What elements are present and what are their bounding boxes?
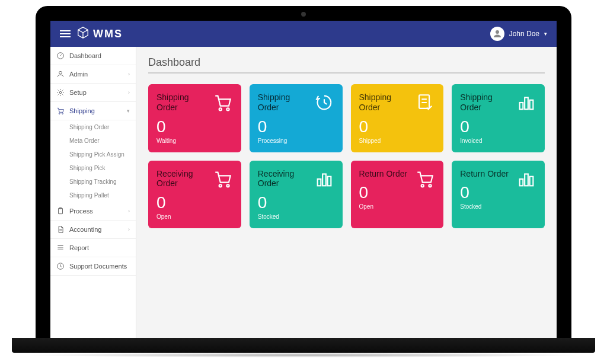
card-return-order-open[interactable]: Return Order0Open: [351, 161, 444, 229]
dashboard-cards: Shipping Order0WaitingShipping Order0Pro…: [148, 84, 545, 228]
menu-toggle-button[interactable]: [60, 30, 71, 37]
card-title: Shipping Order: [258, 92, 311, 113]
sidebar-item-dashboard[interactable]: Dashboard: [50, 47, 136, 65]
sidebar-item-label: Dashboard: [69, 52, 101, 59]
sidebar-subitem-shipping-tracking[interactable]: Shipping Tracking: [50, 175, 136, 189]
sidebar-item-process[interactable]: Process›: [50, 202, 136, 221]
main-panel: Dashboard Shipping Order0WaitingShipping…: [136, 47, 557, 338]
user-icon: [56, 70, 65, 78]
svg-rect-24: [530, 176, 533, 186]
svg-point-20: [421, 184, 424, 187]
topbar: WMS John Doe ▾: [50, 21, 557, 47]
sidebar-item-shipping[interactable]: Shipping▾: [50, 102, 136, 120]
svg-rect-23: [525, 174, 528, 186]
card-value: 0: [258, 117, 334, 136]
svg-rect-18: [322, 174, 326, 186]
card-shipping-order-shipped[interactable]: Shipping Order0Shipped: [351, 84, 444, 152]
sidebar-item-label: Support Documents: [69, 263, 127, 270]
cart-icon: [415, 169, 435, 189]
card-status: Processing: [258, 138, 334, 144]
sidebar-subitem-shipping-pick[interactable]: Shipping Pick: [50, 161, 136, 175]
chevron-down-icon: ▾: [127, 108, 130, 114]
svg-rect-17: [317, 179, 321, 186]
sidebar-item-label: Admin: [69, 71, 88, 78]
svg-point-9: [219, 108, 221, 110]
clock-arc-icon: [314, 92, 334, 113]
card-shipping-order-invoiced[interactable]: Shipping Order0Invoiced: [452, 84, 545, 152]
svg-rect-13: [525, 98, 528, 110]
bars-icon: [516, 92, 536, 113]
title-underline: [148, 72, 545, 74]
svg-point-16: [226, 184, 229, 187]
laptop-camera: [301, 12, 306, 17]
bars-icon: [314, 169, 334, 189]
card-shipping-order-processing[interactable]: Shipping Order0Processing: [250, 84, 343, 152]
svg-point-5: [62, 113, 63, 114]
svg-point-3: [59, 91, 62, 94]
speedometer-icon: [56, 52, 65, 60]
svg-rect-11: [419, 95, 429, 108]
card-status: Waiting: [156, 138, 233, 144]
chevron-right-icon: ›: [128, 71, 130, 77]
card-status: Shipped: [359, 138, 436, 144]
cart-icon: [213, 92, 233, 113]
list-icon: [56, 244, 65, 252]
card-title: Shipping Order: [156, 92, 210, 113]
sidebar-item-setup[interactable]: Setup›: [50, 84, 136, 102]
brand-logo[interactable]: WMS: [76, 26, 123, 42]
card-status: Open: [156, 213, 233, 220]
sidebar-subitem-meta-order[interactable]: Meta Order: [50, 134, 136, 148]
laptop-shadow: [24, 353, 583, 357]
brand-text: WMS: [93, 28, 123, 40]
card-value: 0: [156, 193, 233, 212]
cart-icon: [213, 169, 233, 189]
sidebar-subitem-shipping-pallet[interactable]: Shipping Pallet: [50, 189, 136, 202]
svg-point-2: [59, 71, 62, 74]
laptop-base: [12, 338, 595, 353]
content: DashboardAdmin›Setup›Shipping▾Shipping O…: [50, 47, 557, 338]
card-title: Shipping Order: [359, 92, 413, 113]
laptop-frame: WMS John Doe ▾ DashboardAdmin›Setup›Ship…: [36, 6, 571, 338]
card-status: Invoiced: [460, 138, 536, 144]
svg-point-4: [59, 113, 60, 114]
card-title: Return Order: [359, 169, 413, 179]
card-value: 0: [156, 117, 233, 136]
sidebar-item-admin[interactable]: Admin›: [50, 65, 136, 84]
sidebar-subitem-shipping-order[interactable]: Shipping Order: [50, 120, 136, 134]
svg-point-0: [496, 30, 499, 34]
sidebar-item-accounting[interactable]: Accounting›: [50, 221, 136, 239]
card-value: 0: [460, 117, 536, 136]
cube-icon: [76, 26, 90, 42]
card-status: Stocked: [460, 203, 536, 210]
chevron-right-icon: ›: [128, 208, 130, 214]
user-name: John Doe: [509, 30, 539, 38]
chevron-down-icon: ▾: [544, 31, 547, 37]
clipboard-icon: [56, 207, 65, 215]
svg-point-10: [226, 108, 229, 110]
sidebar: DashboardAdmin›Setup›Shipping▾Shipping O…: [50, 47, 136, 338]
card-title: Receiving Order: [258, 169, 311, 189]
chevron-right-icon: ›: [128, 90, 130, 95]
svg-rect-22: [520, 179, 523, 186]
sidebar-item-report[interactable]: Report: [50, 239, 136, 257]
document-icon: [56, 225, 65, 234]
gear-icon: [56, 88, 65, 97]
card-status: Open: [359, 203, 436, 210]
card-title: Return Order: [460, 169, 513, 179]
card-status: Stocked: [258, 213, 334, 220]
sidebar-item-label: Report: [69, 244, 89, 251]
sidebar-item-support-documents[interactable]: Support Documents: [50, 257, 136, 276]
sidebar-item-label: Setup: [69, 89, 87, 96]
card-value: 0: [359, 117, 436, 136]
card-shipping-order-waiting[interactable]: Shipping Order0Waiting: [148, 84, 241, 152]
doc-check-icon: [415, 92, 435, 113]
card-return-order-stocked[interactable]: Return Order0Stocked: [452, 161, 545, 229]
card-receiving-order-open[interactable]: Receiving Order0Open: [148, 161, 241, 229]
user-menu[interactable]: John Doe ▾: [490, 27, 547, 41]
clock-icon: [56, 262, 65, 270]
svg-rect-19: [327, 176, 331, 186]
svg-rect-12: [520, 103, 523, 109]
sidebar-subitem-shipping-pick-assign[interactable]: Shipping Pick Assign: [50, 148, 136, 161]
svg-point-15: [219, 184, 221, 187]
card-receiving-order-stocked[interactable]: Receiving Order0Stocked: [250, 161, 343, 229]
